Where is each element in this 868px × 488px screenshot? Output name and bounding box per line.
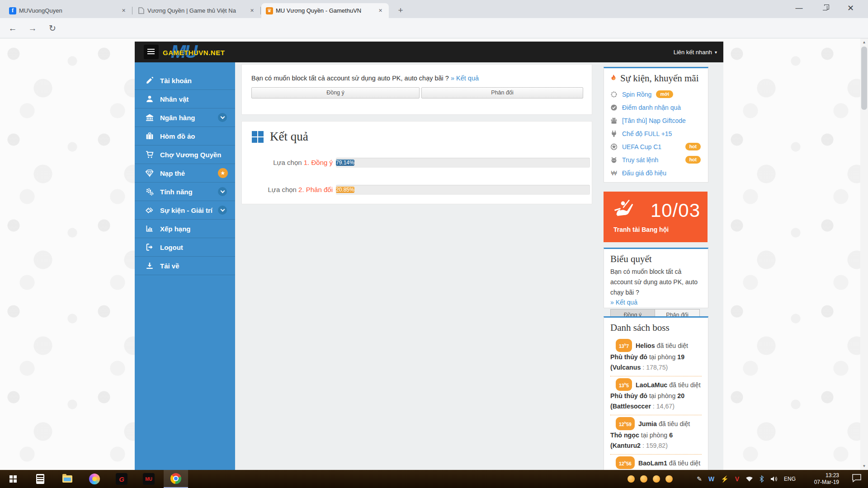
sidebar-item-label: Xếp hạng <box>160 225 191 233</box>
speaker-tray-icon[interactable] <box>770 476 778 482</box>
scrollbar-up-arrow[interactable]: ▲ <box>860 38 868 46</box>
tray-game-icon[interactable] <box>665 475 673 483</box>
sidebar-item-logout[interactable]: Logout <box>135 238 235 257</box>
bar-chart-icon <box>146 225 154 233</box>
tray-game-icon[interactable] <box>653 475 660 483</box>
event-card-date: 10/03 <box>651 200 700 221</box>
vote-widget-result-link[interactable]: » Kết quả <box>610 299 702 306</box>
results-title: Kết quả <box>270 130 308 144</box>
tab-facebook[interactable]: f MUVuongQuyen × <box>5 3 132 18</box>
disagree-button[interactable]: Phản đối <box>421 87 583 99</box>
boss-room: 6 <box>669 432 673 439</box>
events-panel: Sự kiện, khuyến mãi Spin Rồng mới Điểm d… <box>604 67 708 183</box>
event-item-dau-gia[interactable]: ₩ Đấu giá đồ hiệu <box>610 166 702 179</box>
event-item-spin-rong[interactable]: Spin Rồng mới <box>610 88 702 101</box>
cat-icon <box>610 156 618 164</box>
taskbar-clock[interactable]: 13:23 07-Mar-19 <box>814 470 839 488</box>
window-close-button[interactable]: ✕ <box>838 0 863 16</box>
folder-icon <box>62 475 72 483</box>
sidebar-item-tinh-nang[interactable]: Tính năng <box>135 183 235 201</box>
boss-entry: 12h56 BaoLam1 đã tiêu diệt Thỏ ngọc tại … <box>610 455 702 470</box>
sidebar-item-hom-do-ao[interactable]: Hòm đồ ảo <box>135 127 235 145</box>
event-item-truy-sat-lenh[interactable]: Truy sát lệnh hot <box>610 153 702 166</box>
pen-tray-icon[interactable]: ✎ <box>697 475 702 483</box>
sidebar-item-tai-khoan[interactable]: Tài khoản <box>135 71 235 90</box>
event-banner-card[interactable]: 10/03 Tranh tài Bang hội <box>604 192 708 242</box>
clock-time: 13:23 <box>814 472 839 479</box>
sidebar-item-nhan-vat[interactable]: Nhân vật <box>135 90 235 108</box>
tray-game-icon[interactable] <box>640 475 647 483</box>
taskbar-mu-launcher[interactable]: MU <box>137 470 161 488</box>
sidebar-item-ngan-hang[interactable]: Ngân hàng <box>135 108 235 127</box>
sign-out-icon <box>146 243 154 251</box>
forward-button[interactable]: → <box>25 21 40 36</box>
event-link[interactable]: [Tân thủ] Nạp Giftcode <box>622 117 686 124</box>
sidebar-item-nap-the[interactable]: Nạp thẻ ★ <box>135 164 235 183</box>
language-indicator[interactable]: ENG <box>784 476 796 482</box>
tab-close-icon[interactable]: × <box>120 7 127 14</box>
sidebar-item-cho-vuong-quyen[interactable]: Chợ Vương Quyền <box>135 145 235 164</box>
taskbar-calculator[interactable] <box>28 470 52 488</box>
taskbar-coccoc-browser[interactable] <box>82 470 107 488</box>
warrior-icon <box>612 198 635 218</box>
logo-wordmark: GAMETHUVN.NET <box>163 49 225 56</box>
hamburger-menu-button[interactable] <box>144 45 159 59</box>
boss-list-title: Danh sách boss <box>610 322 702 333</box>
tab-close-icon[interactable]: × <box>248 7 256 14</box>
start-button[interactable] <box>1 470 25 488</box>
window-restore-button[interactable] <box>812 0 838 16</box>
tab-close-icon[interactable]: × <box>377 7 384 14</box>
action-center-icon[interactable] <box>852 474 862 483</box>
sidebar-item-xep-hang[interactable]: Xếp hạng <box>135 220 235 238</box>
sidebar-item-su-kien-giai-tri[interactable]: Sự kiện - Giải trí <box>135 201 235 220</box>
event-item-uefa-cup[interactable]: UEFA Cup C1 hot <box>610 140 702 153</box>
restore-icon <box>823 6 827 10</box>
chrome-icon <box>170 473 181 484</box>
window-minimize-button[interactable]: — <box>786 0 812 16</box>
hot-badge: hot <box>685 143 701 151</box>
unikey-tray-icon[interactable]: W <box>708 475 714 483</box>
wifi-tray-icon[interactable] <box>745 476 753 482</box>
back-button[interactable]: ← <box>5 21 20 36</box>
event-link[interactable]: Đấu giá đồ hiệu <box>622 169 666 177</box>
tags-icon <box>146 206 154 214</box>
event-link[interactable]: Spin Rồng <box>622 91 651 98</box>
chevron-down-icon[interactable] <box>218 206 227 215</box>
sidebar-item-tai-ve[interactable]: Tải về <box>135 257 235 275</box>
event-item-nap-giftcode[interactable]: [Tân thủ] Nạp Giftcode <box>610 114 702 127</box>
refresh-button[interactable]: ↻ <box>45 21 60 36</box>
event-link[interactable]: Truy sát lệnh <box>622 156 658 164</box>
new-tab-button[interactable]: + <box>394 4 407 17</box>
taskbar-chrome-active[interactable] <box>164 470 188 488</box>
boss-player: BaoLam1 <box>638 459 667 466</box>
power-tray-icon[interactable]: ⚡ <box>721 475 728 483</box>
taskbar-file-explorer[interactable] <box>55 470 80 488</box>
gem-icon <box>146 169 154 177</box>
sidebar-item-label: Nhân vật <box>160 95 189 103</box>
bluetooth-tray-icon[interactable] <box>760 475 764 483</box>
boss-map: Vulcanus <box>613 364 641 371</box>
tab-mu-vuong-quyen-active[interactable]: ♛ MU Vương Quyền - GamethuVN × <box>261 3 389 18</box>
scrollbar-thumb[interactable] <box>861 47 867 110</box>
vtc-tray-icon[interactable]: V <box>735 475 739 483</box>
sidebar-item-label: Logout <box>160 244 183 251</box>
event-link[interactable]: Chế độ FULL +15 <box>622 130 672 137</box>
page-scrollbar[interactable]: ▲ ▼ <box>860 38 868 470</box>
poll-result-link[interactable]: » Kết quả <box>451 75 479 82</box>
poll-question: Bạn có muốn block tất cả account sử dụng… <box>251 75 479 82</box>
site-logo[interactable]: MU GAMETHUVN.NET <box>163 43 253 61</box>
taskbar-garena[interactable]: G <box>109 470 134 488</box>
event-link[interactable]: UEFA Cup C1 <box>622 143 661 150</box>
sidebar-item-label: Hòm đồ ảo <box>160 132 195 140</box>
tab-vuong-quyen[interactable]: Vương Quyền | Game thủ Việt Na × <box>133 3 260 18</box>
event-item-che-do-full[interactable]: Chế độ FULL +15 <box>610 127 702 140</box>
sidebar-item-label: Tài khoản <box>160 77 192 84</box>
agree-button[interactable]: Đồng ý <box>251 87 420 99</box>
tray-game-icon[interactable] <box>627 475 635 483</box>
chevron-down-icon[interactable] <box>218 187 227 196</box>
event-item-diem-danh[interactable]: Điểm danh nhận quà <box>610 101 702 114</box>
event-link[interactable]: Điểm danh nhận quà <box>622 104 681 111</box>
sidebar-item-label: Sự kiện - Giải trí <box>160 206 212 214</box>
scrollbar-down-arrow[interactable]: ▼ <box>860 462 868 470</box>
chevron-down-icon[interactable] <box>218 113 227 122</box>
